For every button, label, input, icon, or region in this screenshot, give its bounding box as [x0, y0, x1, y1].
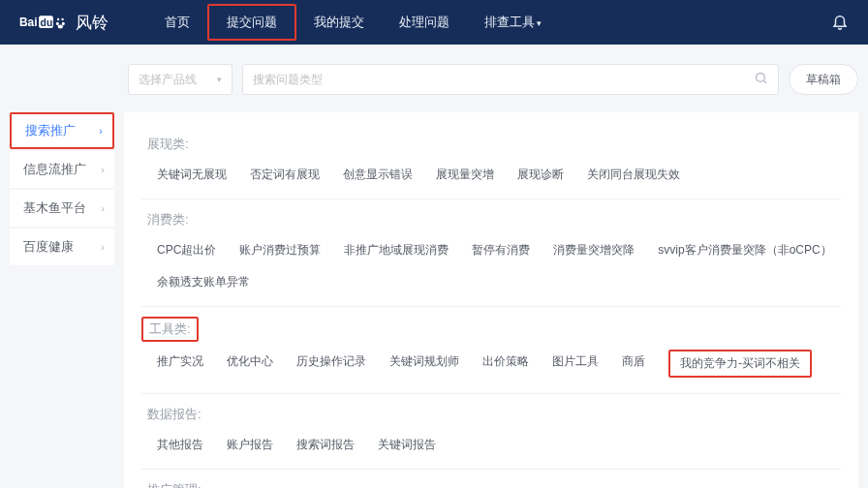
issue-type-tag[interactable]: 展现诊断 — [517, 167, 564, 183]
category-title: 展现类: — [141, 134, 195, 155]
svg-point-7 — [58, 25, 63, 29]
issue-type-tag[interactable]: 关键词规划师 — [389, 353, 459, 378]
brand-suffix: 风铃 — [76, 12, 108, 34]
issue-type-tag[interactable]: CPC超出价 — [157, 242, 216, 259]
category-block: 工具类:推广实况优化中心历史操作记录关键词规划师出价策略图片工具商盾我的竞争力-… — [141, 307, 841, 394]
sidebar-item-label: 搜索推广 — [25, 122, 76, 139]
issue-type-tag[interactable]: 消费量突增突降 — [553, 242, 635, 259]
issue-type-tag[interactable]: 历史操作记录 — [296, 353, 366, 378]
issue-type-tag[interactable]: 关闭同台展现失效 — [587, 167, 680, 183]
chevron-right-icon: › — [101, 241, 105, 253]
issue-type-tag[interactable]: 搜索词报告 — [296, 437, 355, 453]
category-tags: CPC超出价账户消费过预算非推广地域展现消费暂停有消费消费量突增突降svvip客… — [141, 242, 841, 290]
product-line-select[interactable]: 选择产品线 ▾ — [128, 64, 232, 95]
content-panel: 展现类:关键词无展现否定词有展现创意显示错误展现量突增展现诊断关闭同台展现失效消… — [124, 112, 858, 488]
svg-point-3 — [57, 18, 59, 20]
issue-type-tag[interactable]: 我的竞争力-买词不相关 — [668, 350, 812, 378]
chevron-right-icon: › — [101, 202, 105, 214]
category-block: 展现类:关键词无展现否定词有展现创意显示错误展现量突增展现诊断关闭同台展现失效 — [141, 124, 841, 199]
nav-handle-issues[interactable]: 处理问题 — [382, 0, 467, 45]
nav-my-submissions[interactable]: 我的提交 — [296, 0, 382, 45]
issue-type-tag[interactable]: 展现量突增 — [436, 167, 494, 183]
sidebar-item-label: 基木鱼平台 — [23, 199, 86, 217]
issue-type-tag[interactable]: 账户报告 — [227, 437, 273, 453]
issue-type-tag[interactable]: 创意显示错误 — [343, 167, 413, 183]
chevron-down-icon: ▾ — [537, 18, 542, 28]
category-title: 工具类: — [141, 317, 199, 342]
issue-type-tag[interactable]: 账户消费过预算 — [239, 242, 321, 259]
issue-type-tag[interactable]: 关键词无展现 — [157, 167, 227, 183]
category-title: 消费类: — [141, 209, 195, 230]
main-layout: 搜索推广 › 信息流推广 › 基木鱼平台 › 百度健康 › 展现类:关键词无展现… — [0, 112, 868, 488]
nav-tools-label: 排查工具 — [484, 15, 535, 29]
bell-icon[interactable] — [831, 13, 849, 33]
search-box — [242, 64, 779, 95]
svg-point-4 — [61, 18, 63, 20]
issue-type-tag[interactable]: 商盾 — [622, 353, 645, 378]
logo: Bai du 风铃 — [19, 12, 108, 34]
issue-type-tag[interactable]: 否定词有展现 — [250, 167, 320, 183]
issue-type-tag[interactable]: 非推广地域展现消费 — [344, 242, 449, 259]
search-input[interactable] — [253, 73, 754, 86]
issue-type-tag[interactable]: 图片工具 — [552, 353, 599, 378]
draft-button[interactable]: 草稿箱 — [789, 64, 858, 95]
category-tags: 关键词无展现否定词有展现创意显示错误展现量突增展现诊断关闭同台展现失效 — [141, 167, 841, 183]
nav-tools[interactable]: 排查工具▾ — [467, 0, 559, 45]
svg-text:du: du — [41, 17, 53, 28]
sidebar-item-label: 百度健康 — [23, 238, 74, 256]
issue-type-tag[interactable]: 暂停有消费 — [472, 242, 530, 259]
chevron-right-icon: › — [99, 125, 103, 137]
nav-home[interactable]: 首页 — [147, 0, 207, 45]
product-placeholder: 选择产品线 — [139, 72, 197, 88]
top-nav: Bai du 风铃 首页 提交问题 我的提交 处理问题 排查工具▾ — [0, 0, 868, 45]
chevron-right-icon: › — [101, 164, 105, 175]
nav-items: 首页 提交问题 我的提交 处理问题 排查工具▾ — [147, 0, 559, 45]
category-block: 推广管理: — [141, 470, 841, 488]
svg-point-8 — [757, 74, 765, 82]
issue-type-tag[interactable]: 其他报告 — [157, 437, 203, 453]
sidebar-item-jimuyu[interactable]: 基木鱼平台 › — [10, 190, 114, 227]
issue-type-tag[interactable]: 出价策略 — [482, 353, 529, 378]
issue-type-tag[interactable]: 关键词报告 — [378, 437, 436, 453]
sidebar: 搜索推广 › 信息流推广 › 基木鱼平台 › 百度健康 › — [10, 112, 114, 488]
issue-type-tag[interactable]: 优化中心 — [227, 353, 273, 378]
category-block: 消费类:CPC超出价账户消费过预算非推广地域展现消费暂停有消费消费量突增突降sv… — [141, 199, 841, 307]
issue-type-tag[interactable]: 推广实况 — [157, 353, 203, 378]
issue-type-tag[interactable]: 余额透支账单异常 — [157, 274, 250, 290]
category-tags: 其他报告账户报告搜索词报告关键词报告 — [141, 437, 841, 453]
category-block: 数据报告:其他报告账户报告搜索词报告关键词报告 — [141, 394, 841, 470]
category-title: 推广管理: — [141, 479, 207, 488]
svg-point-6 — [62, 22, 65, 26]
filter-bar: 选择产品线 ▾ 草稿箱 — [0, 45, 868, 112]
category-title: 数据报告: — [141, 404, 207, 425]
baidu-logo-icon: Bai du — [19, 13, 70, 32]
svg-point-5 — [56, 22, 59, 26]
issue-type-tag[interactable]: svvip客户消费量突降（非oCPC） — [658, 242, 831, 259]
sidebar-item-baidu-health[interactable]: 百度健康 › — [10, 229, 114, 265]
chevron-down-icon: ▾ — [217, 75, 222, 84]
sidebar-item-feed-promotion[interactable]: 信息流推广 › — [10, 151, 114, 188]
category-tags: 推广实况优化中心历史操作记录关键词规划师出价策略图片工具商盾我的竞争力-买词不相… — [141, 353, 841, 378]
search-icon[interactable] — [754, 71, 768, 88]
nav-submit-issue[interactable]: 提交问题 — [207, 4, 296, 41]
sidebar-item-label: 信息流推广 — [23, 161, 86, 178]
sidebar-item-search-promotion[interactable]: 搜索推广 › — [10, 112, 114, 149]
svg-text:Bai: Bai — [19, 15, 37, 29]
